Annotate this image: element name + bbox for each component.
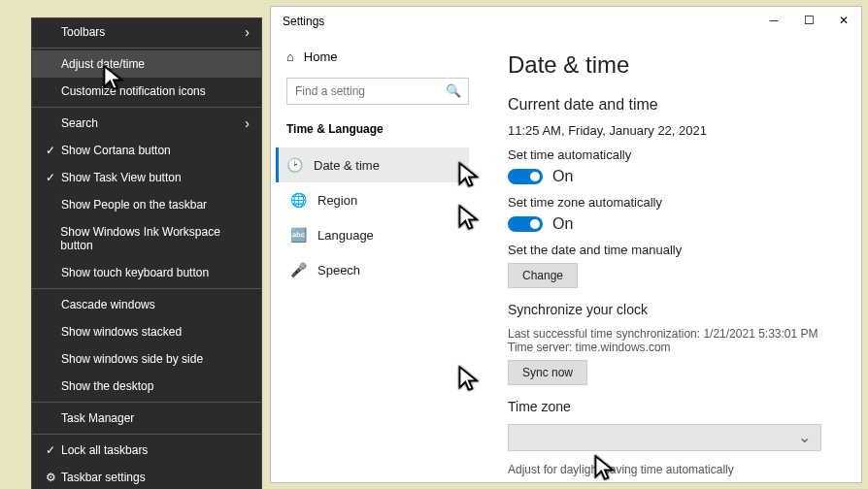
- taskbar-context-menu: Toolbars Adjust date/time Customize noti…: [31, 17, 262, 489]
- menu-show-cortana[interactable]: ✓Show Cortana button: [32, 137, 261, 164]
- menu-show-ink[interactable]: Show Windows Ink Workspace button: [32, 218, 261, 259]
- page-title: Date & time: [508, 51, 838, 79]
- home-icon: ⌂: [286, 49, 294, 64]
- dst-label: Adjust for daylight saving time automati…: [508, 463, 838, 476]
- menu-search[interactable]: Search: [32, 110, 261, 137]
- nav-language[interactable]: 🔤 Language: [286, 217, 469, 252]
- home-link[interactable]: ⌂ Home: [286, 49, 469, 64]
- search-icon: 🔍: [446, 83, 461, 98]
- menu-task-manager[interactable]: Task Manager: [32, 405, 261, 432]
- section-title: Time & Language: [286, 122, 469, 136]
- menu-taskbar-settings[interactable]: ⚙Taskbar settings: [32, 464, 261, 489]
- set-time-auto-state: On: [552, 168, 573, 185]
- settings-content: Date & time Current date and time 11:25 …: [484, 7, 861, 482]
- settings-window: Settings ─ ☐ ✕ ⌂ Home 🔍 Time & Language …: [270, 6, 862, 483]
- sync-last: Last successful time synchronization: 1/…: [508, 327, 838, 341]
- current-datetime-value: 11:25 AM, Friday, January 22, 2021: [508, 123, 838, 138]
- sync-server: Time server: time.windows.com: [508, 341, 838, 354]
- nav-date-time[interactable]: 🕑 Date & time: [276, 147, 469, 182]
- menu-toolbars[interactable]: Toolbars: [32, 18, 261, 46]
- minimize-button[interactable]: ─: [756, 7, 791, 34]
- change-button[interactable]: Change: [508, 263, 578, 288]
- menu-stacked-windows[interactable]: Show windows stacked: [32, 318, 261, 345]
- language-icon: 🔤: [290, 227, 306, 243]
- mic-icon: 🎤: [290, 262, 306, 277]
- set-tz-auto-toggle[interactable]: [508, 216, 543, 232]
- menu-adjust-date-time[interactable]: Adjust date/time: [32, 50, 261, 78]
- menu-show-desktop[interactable]: Show the desktop: [32, 373, 261, 400]
- menu-show-touch-keyboard[interactable]: Show touch keyboard button: [32, 259, 261, 286]
- tz-heading: Time zone: [508, 399, 838, 414]
- sync-now-button[interactable]: Sync now: [508, 360, 587, 385]
- nav-region[interactable]: 🌐 Region: [286, 182, 469, 217]
- set-tz-auto-label: Set time zone automatically: [508, 195, 838, 210]
- menu-show-people[interactable]: Show People on the taskbar: [32, 191, 261, 218]
- close-button[interactable]: ✕: [826, 7, 861, 34]
- menu-customize-notification-icons[interactable]: Customize notification icons: [32, 78, 261, 105]
- manual-label: Set the date and time manually: [508, 243, 838, 257]
- settings-sidebar: ⌂ Home 🔍 Time & Language 🕑 Date & time 🌐…: [271, 7, 484, 482]
- menu-side-by-side[interactable]: Show windows side by side: [32, 345, 261, 373]
- menu-cascade-windows[interactable]: Cascade windows: [32, 291, 261, 318]
- clock-icon: 🕑: [286, 157, 302, 173]
- menu-show-task-view[interactable]: ✓Show Task View button: [32, 164, 261, 191]
- sync-heading: Synchronize your clock: [508, 302, 838, 317]
- globe-icon: 🌐: [290, 192, 306, 208]
- maximize-button[interactable]: ☐: [791, 7, 826, 34]
- window-title: Settings: [283, 15, 324, 28]
- set-time-auto-label: Set time automatically: [508, 147, 838, 162]
- current-datetime-heading: Current date and time: [508, 96, 838, 114]
- set-tz-auto-state: On: [552, 215, 573, 233]
- timezone-dropdown[interactable]: [508, 424, 821, 451]
- nav-speech[interactable]: 🎤 Speech: [286, 252, 469, 287]
- menu-lock-taskbars[interactable]: ✓Lock all taskbars: [32, 437, 261, 464]
- search-input[interactable]: [286, 78, 469, 105]
- set-time-auto-toggle[interactable]: [508, 169, 543, 184]
